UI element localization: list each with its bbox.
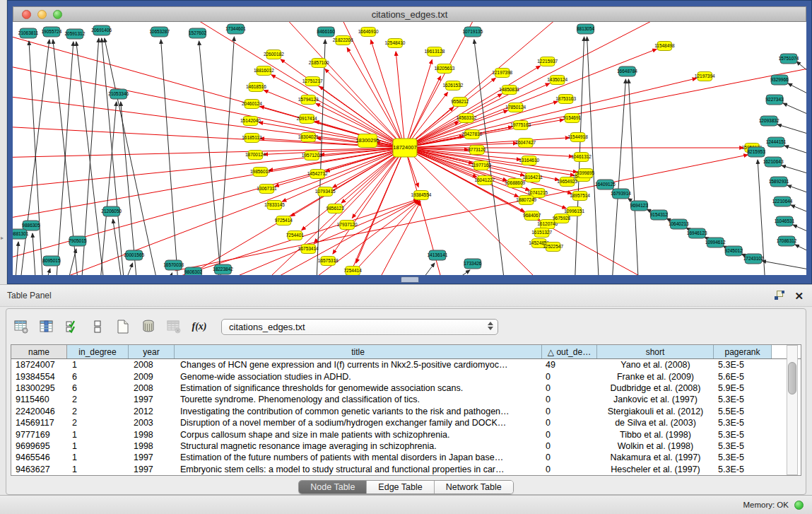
table-row[interactable]: 1872400712008Changes of HCN gene express… [11,359,801,370]
table-cell-title[interactable]: Embryonic stem cells: a model to study s… [175,465,542,474]
table-cell-year[interactable]: 1997 [129,465,175,474]
table-cell-out_degree[interactable]: 0 [542,465,597,474]
table-cell-title[interactable]: Estimation of significance thresholds fo… [175,383,542,393]
table-row[interactable]: 969969511998Structural magnetic resonanc… [11,440,801,452]
table-cell-year[interactable]: 1997 [129,452,175,462]
table-cell-name[interactable]: 9699695 [11,441,67,451]
network-window-titlebar[interactable]: citations_edges.txt [13,6,806,22]
delete-table-button[interactable] [163,316,184,337]
table-cell-pagerank[interactable]: 5.9E-5 [714,383,772,393]
table-cell-year[interactable]: 2003 [129,418,175,428]
table-cell-short[interactable]: Hescheler et al. (1997) [597,465,714,474]
table-cell-year[interactable]: 1998 [129,441,175,451]
table-scrollbar-thumb[interactable] [788,362,796,395]
table-row[interactable]: 2242004622012Investigating the contribut… [11,406,801,417]
table-cell-short[interactable]: Stergiakouli et al. (2012) [597,407,714,416]
table-cell-title[interactable]: Disruption of a novel member of a sodium… [175,418,542,428]
splitter-grip[interactable] [401,276,419,283]
table-row[interactable]: 1938455462009Genome-wide association stu… [11,370,801,382]
table-cell-title[interactable]: Tourette syndrome. Phenomenology and cla… [175,395,542,404]
column-select-button[interactable] [61,316,83,337]
row-height-button[interactable] [87,316,108,337]
column-header-out-degree[interactable]: △ out_de… [542,345,597,358]
table-cell-title[interactable]: Estimation of the future numbers of pati… [175,452,542,462]
table-cell-out_degree[interactable]: 0 [542,430,597,440]
column-header-title[interactable]: title [175,345,542,358]
table-cell-year[interactable]: 2008 [129,383,175,393]
column-header-short[interactable]: short [597,345,714,358]
table-cell-pagerank[interactable]: 5.3E-5 [714,441,772,451]
table-row[interactable]: 1456911722003Disruption of a novel membe… [11,417,801,428]
table-cell-year[interactable]: 2008 [129,360,175,370]
table-cell-name[interactable]: 9777169 [11,430,67,440]
table-cell-title[interactable]: Corpus callosum shape and size in male p… [175,430,542,440]
table-cell-pagerank[interactable]: 5.6E-5 [714,372,772,382]
table-cell-year[interactable]: 2009 [129,372,175,382]
tab-network-table[interactable]: Network Table [435,481,513,493]
table-cell-in_degree[interactable]: 1 [67,452,129,462]
table-cell-name[interactable]: 19384554 [11,372,67,382]
table-cell-year[interactable]: 1997 [129,395,175,404]
table-cell-short[interactable]: Franke et al. (2009) [597,372,714,382]
table-cell-short[interactable]: de Silva et al. (2003) [597,418,714,428]
table-cell-short[interactable]: Wolkin et al. (1998) [597,441,714,451]
close-panel-icon[interactable]: ✕ [794,291,804,301]
table-row[interactable]: 946554611997Estimation of the future num… [11,452,801,463]
table-cell-pagerank[interactable]: 5.3E-5 [714,452,772,462]
table-cell-out_degree[interactable]: 49 [542,360,597,370]
table-row[interactable]: 1830029562008Estimation of significance … [11,382,801,394]
table-cell-out_degree[interactable]: 0 [542,395,597,404]
table-cell-in_degree[interactable]: 1 [67,441,129,451]
table-cell-out_degree[interactable]: 0 [542,418,597,428]
table-cell-in_degree[interactable]: 1 [67,430,129,440]
table-cell-title[interactable]: Investigating the contribution of common… [175,407,542,416]
tab-edge-table[interactable]: Edge Table [367,481,434,493]
table-cell-name[interactable]: 9463627 [11,465,67,474]
memory-status-icon[interactable] [794,501,804,510]
table-row[interactable]: 911546021997Tourette syndrome. Phenomeno… [11,394,801,405]
function-builder-button[interactable]: f(x) [189,316,210,337]
table-cell-pagerank[interactable]: 5.3E-5 [714,395,772,404]
table-cell-year[interactable]: 2012 [129,407,175,416]
table-cell-pagerank[interactable]: 5.3E-5 [714,418,772,428]
tab-node-table[interactable]: Node Table [299,481,367,493]
column-header-in-degree[interactable]: in_degree [67,345,129,358]
table-row[interactable]: 946362711997Embryonic stem cells: a mode… [11,464,801,475]
table-cell-title[interactable]: Changes of HCN gene expression and I(f) … [175,360,542,370]
show-column-button[interactable] [36,316,57,337]
table-cell-out_degree[interactable]: 0 [542,452,597,462]
table-cell-out_degree[interactable]: 0 [542,383,597,393]
table-cell-in_degree[interactable]: 1 [67,360,129,370]
float-panel-icon[interactable] [775,291,784,300]
table-cell-title[interactable]: Genome-wide association studies in ADHD. [175,372,542,382]
table-cell-out_degree[interactable]: 0 [542,441,597,451]
table-cell-name[interactable]: 9115460 [11,395,67,404]
table-cell-name[interactable]: 9465546 [11,452,67,462]
table-cell-title[interactable]: Structural magnetic resonance image aver… [175,441,542,451]
table-scrollbar[interactable] [787,345,798,475]
collapse-arrow-icon[interactable]: ▸ [1,235,4,241]
table-cell-name[interactable]: 22420046 [11,407,67,416]
delete-column-button[interactable] [138,316,159,337]
table-cell-in_degree[interactable]: 6 [67,383,129,393]
table-cell-in_degree[interactable]: 2 [67,418,129,428]
table-cell-short[interactable]: Nakamura et al. (1997) [597,452,714,462]
table-cell-in_degree[interactable]: 2 [67,395,129,404]
table-cell-short[interactable]: Dudbridge et al. (2008) [597,383,714,393]
table-cell-pagerank[interactable]: 5.3E-5 [714,465,772,474]
control-panel-edge[interactable]: ▸ [0,0,7,284]
table-cell-in_degree[interactable]: 2 [67,407,129,416]
column-header-name[interactable]: name [11,345,67,358]
table-settings-button[interactable] [11,316,32,337]
column-header-year[interactable]: year [129,345,175,358]
table-cell-name[interactable]: 18724007 [11,360,67,370]
table-cell-short[interactable]: Yano et al. (2008) [597,360,714,370]
new-column-button[interactable] [112,316,134,337]
column-header-pagerank[interactable]: pagerank [714,345,772,358]
table-cell-pagerank[interactable]: 5.3E-5 [714,430,772,440]
network-canvas[interactable]: 1872400718300295226001821881601214618516… [13,22,806,275]
table-cell-pagerank[interactable]: 5.3E-5 [714,360,772,370]
table-cell-out_degree[interactable]: 0 [542,372,597,382]
table-cell-pagerank[interactable]: 5.5E-5 [714,407,772,416]
table-cell-in_degree[interactable]: 6 [67,372,129,382]
